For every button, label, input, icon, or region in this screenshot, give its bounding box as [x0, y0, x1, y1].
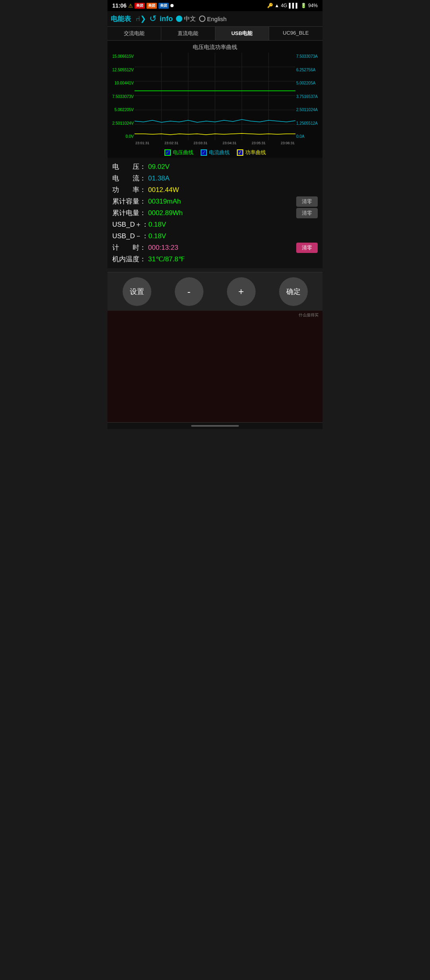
y-right-5: 1.2505512A [296, 121, 322, 125]
power-checkbox[interactable]: ✓ [237, 149, 243, 156]
usb-d-plus-value: 0.18V [149, 221, 166, 229]
tab-dc[interactable]: 直流电能 [161, 27, 215, 40]
power-row: 功 率： 0012.44W [112, 184, 318, 196]
clear-time-button[interactable]: 清零 [296, 243, 318, 253]
network-type: 4G [281, 3, 287, 8]
current-value: 01.38A [148, 174, 170, 182]
header: 电能表 ⑁❯ ↺ info 中文 English [108, 11, 322, 27]
current-checkbox[interactable]: ✓ [201, 149, 207, 156]
y-left-3: 7.5033073V [108, 94, 134, 99]
y-axis-right: 7.5033073A 6.252756A 5.002205A 3.7516537… [295, 53, 322, 140]
energy-row: 累计电量： 0002.89Wh 清零 [112, 207, 318, 219]
y-right-4: 2.5011024A [296, 108, 322, 112]
status-right: 🔑 ▲ 4G ▌▌▌ 🔋 94% [267, 3, 318, 8]
temp-row: 机内温度： 31℃/87.8℉ [112, 253, 318, 265]
voltage-label: 电 压： [112, 162, 148, 171]
footer-area: 什么值得买 [108, 311, 322, 422]
bluetooth-icon: ⑁❯ [136, 14, 146, 23]
status-left: 11:06 ⚠ 美团 美团 美团 [112, 2, 174, 9]
tab-ble[interactable]: UC96_BLE [269, 27, 322, 40]
confirm-button[interactable]: 确定 [279, 277, 308, 306]
nav-line [191, 425, 239, 427]
signal-icon: ▌▌▌ [289, 3, 299, 8]
lang-en-label: English [207, 16, 227, 22]
legend-current[interactable]: ✓ 电流曲线 [201, 149, 230, 156]
y-left-0: 15.006615V [108, 54, 134, 59]
usb-d-plus-label: USB_D＋： [112, 220, 149, 229]
capacity-value: 00319mAh [148, 198, 181, 206]
x-5: 23:06:31 [281, 141, 295, 145]
refresh-icon[interactable]: ↺ [149, 14, 156, 24]
status-time: 11:06 [112, 2, 127, 9]
temp-label: 机内温度： [112, 255, 148, 264]
y-right-1: 6.252756A [296, 68, 322, 72]
lock-icon: 🔑 [267, 3, 273, 8]
notif-dot [170, 4, 174, 7]
tab-bar: 交流电能 直流电能 USB电能 UC96_BLE [108, 27, 322, 41]
current-row: 电 流： 01.38A [112, 172, 318, 184]
power-label: 功 率： [112, 185, 148, 194]
usb-d-plus-row: USB_D＋： 0.18V [112, 219, 318, 230]
plus-button[interactable]: + [227, 277, 256, 306]
time-label: 计 时： [112, 243, 148, 252]
time-row: 计 时： 000:13:23 清零 [112, 242, 318, 253]
y-left-4: 5.002205V [108, 108, 134, 112]
lang-en-radio[interactable] [199, 16, 205, 22]
y-right-2: 5.002205A [296, 81, 322, 85]
lang-cn-radio[interactable] [176, 16, 182, 22]
chart-area: 15.006615V 12.505512V 10.00441V 7.503307… [108, 53, 322, 140]
app-title: 电能表 [111, 14, 131, 24]
y-right-3: 3.7516537A [296, 94, 322, 99]
clear-energy-button[interactable]: 清零 [296, 208, 318, 218]
wifi-icon: ▲ [275, 3, 280, 8]
time-value: 000:13:23 [148, 244, 178, 252]
y-right-0: 7.5033073A [296, 54, 322, 59]
legend-power[interactable]: ✓ 功率曲线 [237, 149, 266, 156]
x-4: 23:05:31 [252, 141, 266, 145]
minus-button[interactable]: - [175, 277, 203, 306]
y-axis-left: 15.006615V 12.505512V 10.00441V 7.503307… [108, 53, 135, 140]
temp-value: 31℃/87.8℉ [148, 255, 185, 263]
y-left-1: 12.505512V [108, 68, 134, 72]
bottom-bar: 设置 - + 确定 [108, 272, 322, 311]
y-right-6: 0.0A [296, 134, 322, 139]
tab-ac[interactable]: 交流电能 [108, 27, 161, 40]
current-legend-label: 电流曲线 [209, 149, 230, 156]
power-legend-label: 功率曲线 [245, 149, 266, 156]
lang-en-option[interactable]: English [199, 16, 227, 22]
battery-percent: 94% [308, 3, 318, 8]
x-0: 23:01:31 [135, 141, 149, 145]
x-2: 23:03:31 [194, 141, 207, 145]
info-label: info [160, 15, 173, 23]
settings-button[interactable]: 设置 [123, 277, 151, 306]
chart-title: 电压电流功率曲线 [108, 42, 322, 53]
energy-value: 0002.89Wh [148, 209, 183, 217]
current-label: 电 流： [112, 174, 148, 183]
capacity-label: 累计容量： [112, 197, 148, 206]
tab-usb[interactable]: USB电能 [215, 27, 269, 40]
status-bar: 11:06 ⚠ 美团 美团 美团 🔑 ▲ 4G ▌▌▌ 🔋 94% [108, 0, 322, 11]
chip-banner1: 美团 [135, 3, 145, 9]
x-axis: 23:01:31 23:02:31 23:03:31 23:04:31 23:0… [108, 140, 322, 145]
y-left-6: 0.0V [108, 134, 134, 139]
battery-icon: 🔋 [301, 3, 307, 8]
x-1: 23:02:31 [164, 141, 178, 145]
watermark: 什么值得买 [108, 311, 322, 319]
usb-d-minus-value: 0.18V [149, 232, 166, 240]
y-left-2: 10.00441V [108, 81, 134, 85]
chip-banner2: 美团 [147, 3, 157, 9]
power-value: 0012.44W [148, 186, 179, 194]
chart-legend: ✓ 电压曲线 ✓ 电流曲线 ✓ 功率曲线 [108, 147, 322, 158]
chip-banner3: 美团 [158, 3, 169, 9]
voltage-checkbox[interactable]: ✓ [164, 149, 171, 156]
clear-capacity-button[interactable]: 清零 [296, 196, 318, 207]
lang-cn-option[interactable]: 中文 [176, 15, 196, 23]
usb-d-minus-label: USB_D－： [112, 231, 149, 241]
voltage-row: 电 压： 09.02V [112, 161, 318, 172]
chart-svg [135, 53, 295, 140]
capacity-row: 累计容量： 00319mAh 清零 [112, 196, 318, 207]
warning-icon: ⚠ [128, 3, 133, 9]
voltage-value: 09.02V [148, 163, 170, 171]
legend-voltage[interactable]: ✓ 电压曲线 [164, 149, 194, 156]
nav-bar [108, 422, 322, 429]
